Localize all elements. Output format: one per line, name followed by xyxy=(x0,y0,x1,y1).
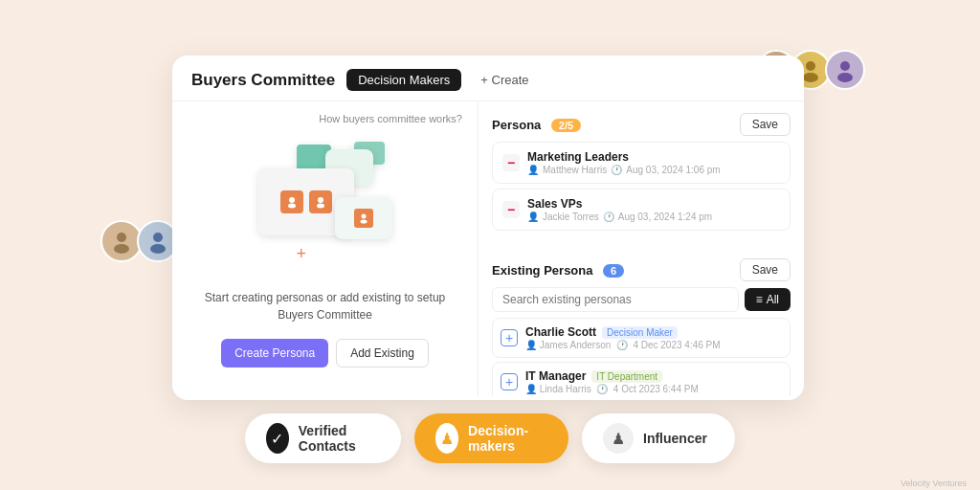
card-body: How buyers committee works? xyxy=(172,101,804,396)
persona-section: Persona 2/5 Save − Marketing Leaders 👤 M… xyxy=(492,113,791,235)
card-header: Buyers Committee Decision Makers + Creat… xyxy=(172,56,804,101)
page-title: Buyers Committee xyxy=(191,71,335,90)
right-panel: Persona 2/5 Save − Marketing Leaders 👤 M… xyxy=(479,101,804,396)
existing-item-2: + IT Manager IT Department 👤 Linda Harri… xyxy=(492,362,791,396)
persona-remove-1[interactable]: − xyxy=(502,154,520,171)
verified-label: Verified Contacts xyxy=(299,423,380,454)
left-panel: How buyers committee works? xyxy=(172,101,479,396)
existing-info-2: IT Manager IT Department 👤 Linda Harris … xyxy=(525,369,782,394)
illustration: + xyxy=(239,140,412,274)
plus-icon: + xyxy=(297,244,307,264)
persona-item-1: − Marketing Leaders 👤 Matthew Harris 🕐 A… xyxy=(492,142,791,184)
svg-point-16 xyxy=(361,214,366,219)
existing-tag-2: IT Department xyxy=(591,370,662,383)
svg-point-12 xyxy=(289,197,295,203)
pill-decision[interactable]: ♟ Decision-makers xyxy=(414,413,568,463)
existing-badge: 6 xyxy=(603,264,624,278)
illus-av-1 xyxy=(280,190,303,213)
svg-point-2 xyxy=(806,61,815,71)
persona-user-icon-2: 👤 xyxy=(527,212,539,222)
illus-av-2 xyxy=(309,190,332,213)
existing-user-icon-1: 👤 xyxy=(525,340,537,350)
existing-info-1: Charlie Scott Decision Maker 👤 James And… xyxy=(525,325,782,350)
svg-point-17 xyxy=(360,220,367,224)
velocity-tag: Velocity Ventures xyxy=(901,479,967,488)
button-row: Create Persona Add Existing xyxy=(221,339,429,368)
add-existing-button[interactable]: Add Existing xyxy=(336,339,429,368)
existing-name-1: Charlie Scott xyxy=(525,325,596,339)
persona-meta-2: 👤 Jackie Torres 🕐 Aug 03, 2024 1:24 pm xyxy=(527,212,780,222)
svg-point-7 xyxy=(114,244,129,254)
create-persona-button[interactable]: Create Persona xyxy=(221,339,328,368)
add-existing-2[interactable]: + xyxy=(501,373,518,390)
existing-sub-1: 👤 James Anderson 🕐 4 Dec 2023 4:46 PM xyxy=(525,340,782,350)
persona-user-2: Jackie Torres xyxy=(543,212,599,222)
left-description: Start creating personas or add existing … xyxy=(188,289,462,323)
existing-section: Existing Persona 6 Save ≡ All + xyxy=(492,258,791,396)
existing-user-icon-2: 👤 xyxy=(525,384,537,394)
search-row: ≡ All xyxy=(492,287,791,312)
avatar-3 xyxy=(825,50,865,90)
persona-name-2: Sales VPs xyxy=(527,197,780,211)
existing-name-2: IT Manager xyxy=(525,369,586,383)
persona-user-1: Matthew Harris xyxy=(543,165,607,175)
persona-clock-icon-2: 🕐 xyxy=(603,212,614,222)
persona-clock-icon-1: 🕐 xyxy=(611,165,622,175)
persona-date-1: Aug 03, 2024 1:06 pm xyxy=(626,165,720,175)
influencer-icon: ♟ xyxy=(603,423,634,454)
svg-point-15 xyxy=(317,204,324,209)
svg-point-9 xyxy=(150,244,166,254)
how-link[interactable]: How buyers committee works? xyxy=(319,113,462,124)
decision-icon: ♟ xyxy=(435,423,458,454)
svg-point-8 xyxy=(153,233,163,242)
bottom-bar: ✓ Verified Contacts ♟ Decision-makers ♟ … xyxy=(245,413,735,463)
existing-item-1: + Charlie Scott Decision Maker 👤 James A… xyxy=(492,318,791,358)
filter-label: All xyxy=(767,293,779,306)
svg-point-6 xyxy=(117,233,126,242)
filter-all-button[interactable]: ≡ All xyxy=(745,288,791,311)
illus-avatar-row xyxy=(280,190,332,213)
persona-section-title: Persona xyxy=(492,118,541,132)
illus-card-small xyxy=(335,197,392,239)
existing-section-title: Existing Persona xyxy=(492,263,592,278)
persona-badge: 2/5 xyxy=(551,119,581,132)
svg-point-4 xyxy=(840,61,850,71)
persona-item-2: − Sales VPs 👤 Jackie Torres 🕐 Aug 03, 20… xyxy=(492,189,791,231)
persona-meta-1: 👤 Matthew Harris 🕐 Aug 03, 2024 1:06 pm xyxy=(527,165,780,175)
svg-point-5 xyxy=(837,73,853,82)
tab-create[interactable]: + Create xyxy=(473,69,536,91)
svg-point-13 xyxy=(288,204,296,209)
influencer-label: Influencer xyxy=(643,431,707,446)
existing-save-button[interactable]: Save xyxy=(740,258,791,281)
persona-remove-2[interactable]: − xyxy=(502,201,520,218)
persona-info-1: Marketing Leaders 👤 Matthew Harris 🕐 Aug… xyxy=(527,150,780,175)
persona-info-2: Sales VPs 👤 Jackie Torres 🕐 Aug 03, 2024… xyxy=(527,197,780,222)
existing-title-group: Existing Persona 6 xyxy=(492,261,624,278)
pill-verified[interactable]: ✓ Verified Contacts xyxy=(245,413,401,463)
existing-tag-1: Decision Maker xyxy=(602,326,678,339)
verified-icon: ✓ xyxy=(266,423,289,454)
persona-title-group: Persona 2/5 xyxy=(492,116,581,133)
existing-section-header: Existing Persona 6 Save xyxy=(492,258,791,281)
search-input[interactable] xyxy=(492,287,739,312)
filter-icon: ≡ xyxy=(756,293,763,306)
persona-section-header: Persona 2/5 Save xyxy=(492,113,791,136)
pill-influencer[interactable]: ♟ Influencer xyxy=(582,413,735,463)
persona-save-button[interactable]: Save xyxy=(740,113,791,136)
persona-name-1: Marketing Leaders xyxy=(527,150,780,164)
persona-user-icon-1: 👤 xyxy=(527,165,539,175)
svg-point-3 xyxy=(803,73,818,82)
add-existing-1[interactable]: + xyxy=(501,329,518,346)
main-card: Buyers Committee Decision Makers + Creat… xyxy=(172,56,804,400)
existing-sub-2: 👤 Linda Harris 🕐 4 Oct 2023 6:44 PM xyxy=(525,384,782,394)
svg-point-14 xyxy=(318,197,323,203)
decision-label: Decision-makers xyxy=(468,423,547,454)
tab-decision-makers[interactable]: Decision Makers xyxy=(346,69,461,91)
persona-date-2: Aug 03, 2024 1:24 pm xyxy=(618,212,712,222)
